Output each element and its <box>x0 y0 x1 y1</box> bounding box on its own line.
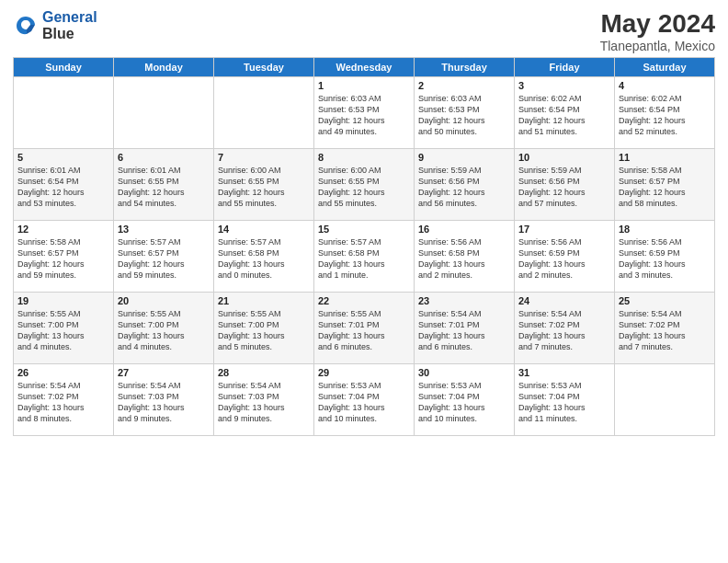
day-number: 22 <box>318 295 410 306</box>
calendar-cell: 12Sunrise: 5:58 AM Sunset: 6:57 PM Dayli… <box>14 221 114 293</box>
cell-details: Sunrise: 6:03 AM Sunset: 6:53 PM Dayligh… <box>318 93 410 138</box>
day-header-friday: Friday <box>515 58 615 77</box>
cell-details: Sunrise: 5:54 AM Sunset: 7:01 PM Dayligh… <box>418 308 510 353</box>
calendar-cell: 10Sunrise: 5:59 AM Sunset: 6:56 PM Dayli… <box>515 149 615 221</box>
calendar-cell: 7Sunrise: 6:00 AM Sunset: 6:55 PM Daylig… <box>214 149 314 221</box>
cell-details: Sunrise: 6:03 AM Sunset: 6:53 PM Dayligh… <box>418 93 510 138</box>
calendar-cell: 4Sunrise: 6:02 AM Sunset: 6:54 PM Daylig… <box>615 77 715 149</box>
calendar-cell <box>14 77 114 149</box>
day-header-wednesday: Wednesday <box>314 58 415 77</box>
cell-details: Sunrise: 5:56 AM Sunset: 6:58 PM Dayligh… <box>418 236 510 282</box>
cell-details: Sunrise: 5:56 AM Sunset: 6:59 PM Dayligh… <box>619 236 711 282</box>
calendar-cell: 28Sunrise: 5:54 AM Sunset: 7:03 PM Dayli… <box>214 364 314 436</box>
day-number: 18 <box>619 224 711 235</box>
day-number: 30 <box>418 367 510 378</box>
calendar-cell: 1Sunrise: 6:03 AM Sunset: 6:53 PM Daylig… <box>314 77 415 149</box>
cell-details: Sunrise: 5:53 AM Sunset: 7:04 PM Dayligh… <box>318 380 410 425</box>
day-number: 28 <box>218 367 310 378</box>
calendar-cell: 22Sunrise: 5:55 AM Sunset: 7:01 PM Dayli… <box>314 293 415 364</box>
day-header-saturday: Saturday <box>615 58 715 77</box>
logo-icon <box>13 13 39 39</box>
day-number: 7 <box>218 152 310 163</box>
calendar-cell: 18Sunrise: 5:56 AM Sunset: 6:59 PM Dayli… <box>615 221 715 293</box>
calendar-cell: 23Sunrise: 5:54 AM Sunset: 7:01 PM Dayli… <box>415 293 515 364</box>
day-header-monday: Monday <box>114 58 214 77</box>
calendar-cell: 11Sunrise: 5:58 AM Sunset: 6:57 PM Dayli… <box>615 149 715 221</box>
day-number: 27 <box>118 367 210 378</box>
calendar-cell: 29Sunrise: 5:53 AM Sunset: 7:04 PM Dayli… <box>314 364 415 436</box>
calendar-cell: 2Sunrise: 6:03 AM Sunset: 6:53 PM Daylig… <box>415 77 515 149</box>
calendar-container: General Blue May 2024 Tlanepantla, Mexic… <box>0 0 728 445</box>
cell-details: Sunrise: 5:59 AM Sunset: 6:56 PM Dayligh… <box>418 165 510 210</box>
cell-details: Sunrise: 5:59 AM Sunset: 6:56 PM Dayligh… <box>518 165 610 210</box>
calendar-cell: 5Sunrise: 6:01 AM Sunset: 6:54 PM Daylig… <box>14 149 114 221</box>
main-title: May 2024 <box>600 9 715 39</box>
logo-text: General Blue <box>42 9 97 41</box>
cell-details: Sunrise: 5:54 AM Sunset: 7:02 PM Dayligh… <box>17 380 109 425</box>
day-number: 9 <box>418 152 510 163</box>
calendar-cell: 15Sunrise: 5:57 AM Sunset: 6:58 PM Dayli… <box>314 221 415 293</box>
day-number: 14 <box>218 224 310 235</box>
calendar-cell: 17Sunrise: 5:56 AM Sunset: 6:59 PM Dayli… <box>515 221 615 293</box>
cell-details: Sunrise: 5:54 AM Sunset: 7:03 PM Dayligh… <box>118 380 210 425</box>
cell-details: Sunrise: 5:53 AM Sunset: 7:04 PM Dayligh… <box>418 380 510 425</box>
calendar-cell: 31Sunrise: 5:53 AM Sunset: 7:04 PM Dayli… <box>515 364 615 436</box>
cell-details: Sunrise: 6:01 AM Sunset: 6:55 PM Dayligh… <box>118 165 210 210</box>
cell-details: Sunrise: 5:54 AM Sunset: 7:02 PM Dayligh… <box>619 308 711 353</box>
day-number: 19 <box>17 295 109 306</box>
cell-details: Sunrise: 6:02 AM Sunset: 6:54 PM Dayligh… <box>518 93 610 138</box>
cell-details: Sunrise: 6:00 AM Sunset: 6:55 PM Dayligh… <box>218 165 310 210</box>
week-row-4: 19Sunrise: 5:55 AM Sunset: 7:00 PM Dayli… <box>14 293 715 364</box>
cell-details: Sunrise: 5:54 AM Sunset: 7:02 PM Dayligh… <box>518 308 610 353</box>
header: General Blue May 2024 Tlanepantla, Mexic… <box>13 9 715 53</box>
week-row-3: 12Sunrise: 5:58 AM Sunset: 6:57 PM Dayli… <box>14 221 715 293</box>
day-number: 1 <box>318 80 410 91</box>
cell-details: Sunrise: 5:53 AM Sunset: 7:04 PM Dayligh… <box>518 380 610 425</box>
title-block: May 2024 Tlanepantla, Mexico <box>600 9 715 53</box>
calendar-cell <box>214 77 314 149</box>
logo: General Blue <box>13 9 97 41</box>
days-header-row: SundayMondayTuesdayWednesdayThursdayFrid… <box>14 58 715 77</box>
day-number: 3 <box>518 80 610 91</box>
day-number: 10 <box>518 152 610 163</box>
calendar-cell: 3Sunrise: 6:02 AM Sunset: 6:54 PM Daylig… <box>515 77 615 149</box>
day-number: 4 <box>619 80 711 91</box>
cell-details: Sunrise: 5:58 AM Sunset: 6:57 PM Dayligh… <box>17 236 109 282</box>
calendar-cell: 27Sunrise: 5:54 AM Sunset: 7:03 PM Dayli… <box>114 364 214 436</box>
cell-details: Sunrise: 5:58 AM Sunset: 6:57 PM Dayligh… <box>619 165 711 210</box>
subtitle: Tlanepantla, Mexico <box>600 39 715 53</box>
day-number: 23 <box>418 295 510 306</box>
calendar-cell: 19Sunrise: 5:55 AM Sunset: 7:00 PM Dayli… <box>14 293 114 364</box>
cell-details: Sunrise: 5:55 AM Sunset: 7:00 PM Dayligh… <box>218 308 310 353</box>
calendar-cell: 26Sunrise: 5:54 AM Sunset: 7:02 PM Dayli… <box>14 364 114 436</box>
calendar-cell: 14Sunrise: 5:57 AM Sunset: 6:58 PM Dayli… <box>214 221 314 293</box>
cell-details: Sunrise: 5:57 AM Sunset: 6:58 PM Dayligh… <box>318 236 410 282</box>
day-header-thursday: Thursday <box>415 58 515 77</box>
day-number: 21 <box>218 295 310 306</box>
day-number: 12 <box>17 224 109 235</box>
day-number: 31 <box>518 367 610 378</box>
day-number: 17 <box>518 224 610 235</box>
day-number: 13 <box>118 224 210 235</box>
day-header-tuesday: Tuesday <box>214 58 314 77</box>
calendar-cell: 21Sunrise: 5:55 AM Sunset: 7:00 PM Dayli… <box>214 293 314 364</box>
calendar-cell <box>615 364 715 436</box>
calendar-cell: 13Sunrise: 5:57 AM Sunset: 6:57 PM Dayli… <box>114 221 214 293</box>
cell-details: Sunrise: 5:57 AM Sunset: 6:57 PM Dayligh… <box>118 236 210 282</box>
day-number: 11 <box>619 152 711 163</box>
cell-details: Sunrise: 6:02 AM Sunset: 6:54 PM Dayligh… <box>619 93 711 138</box>
calendar-cell: 30Sunrise: 5:53 AM Sunset: 7:04 PM Dayli… <box>415 364 515 436</box>
calendar-cell: 25Sunrise: 5:54 AM Sunset: 7:02 PM Dayli… <box>615 293 715 364</box>
cell-details: Sunrise: 5:57 AM Sunset: 6:58 PM Dayligh… <box>218 236 310 282</box>
cell-details: Sunrise: 5:55 AM Sunset: 7:00 PM Dayligh… <box>118 308 210 353</box>
calendar-cell: 9Sunrise: 5:59 AM Sunset: 6:56 PM Daylig… <box>415 149 515 221</box>
day-number: 5 <box>17 152 109 163</box>
day-number: 26 <box>17 367 109 378</box>
day-number: 6 <box>118 152 210 163</box>
day-number: 8 <box>318 152 410 163</box>
day-number: 24 <box>518 295 610 306</box>
day-number: 20 <box>118 295 210 306</box>
calendar-cell <box>114 77 214 149</box>
cell-details: Sunrise: 5:56 AM Sunset: 6:59 PM Dayligh… <box>518 236 610 282</box>
calendar-table: SundayMondayTuesdayWednesdayThursdayFrid… <box>13 57 715 436</box>
